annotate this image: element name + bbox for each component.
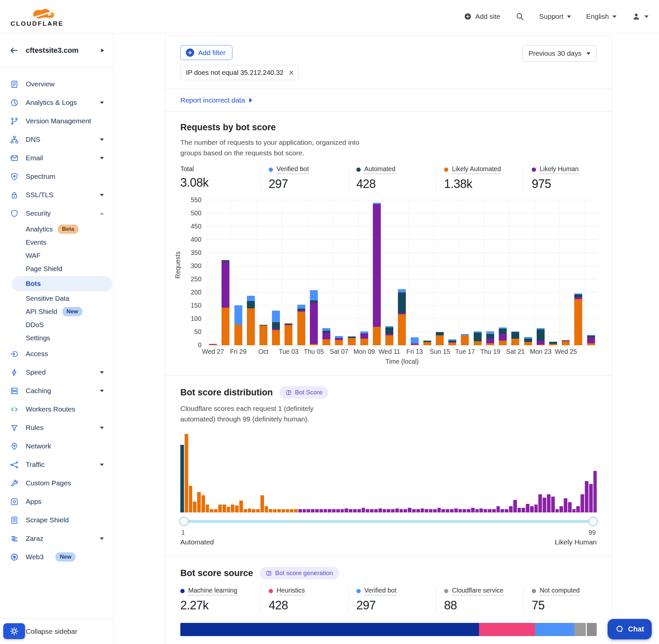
stacked-bar[interactable] [209,344,217,345]
stacked-bar[interactable] [360,331,368,345]
histogram-bar-score-57 [416,509,420,512]
sidebar-item-events[interactable]: Events [0,236,113,249]
sidebar-item-network[interactable]: Network [0,437,113,455]
sidebar-item-waf[interactable]: WAF [0,249,113,262]
stacked-bar[interactable] [461,334,469,345]
stacked-bar[interactable] [284,323,292,345]
stacked-bar[interactable] [297,305,305,345]
histogram-bar-score-80 [513,500,517,512]
stacked-bar[interactable] [499,327,507,345]
sidebar-item-bots[interactable]: Bots [12,276,112,291]
account-menu[interactable] [632,12,649,21]
legend-dot-icon [269,589,273,593]
histogram-bar-score-69 [467,509,470,512]
bar-segment-likely-automated [310,344,318,345]
bot-score-badge[interactable]: Bot Score [280,386,328,399]
sidebar-item-ddos[interactable]: DDoS [0,318,113,331]
stacked-bar[interactable] [348,336,356,345]
sidebar-item-access[interactable]: Access [0,345,113,363]
stacked-bar[interactable] [272,310,280,345]
sidebar-item-web3[interactable]: Web3New [0,548,113,566]
bar-segment-likely-automated [562,341,570,345]
bar-slot [207,200,219,345]
stacked-bar[interactable] [259,325,267,345]
sidebar-item-analytics-logs[interactable]: Analytics & Logs [0,93,113,112]
sidebar-item-security[interactable]: Security [0,204,113,223]
sidebar-item-apps[interactable]: Apps [0,492,113,511]
cloudflare-logo[interactable]: CLOUDFLARE [10,6,61,27]
sidebar-item-version-management[interactable]: Version Management [0,112,113,130]
sidebar-item-sensitive-data[interactable]: Sensitive Data [0,292,113,305]
sidebar-item-rules[interactable]: Rules [0,418,113,437]
chat-button-label: Chat [628,625,644,634]
remove-filter-icon[interactable]: × [289,69,294,76]
stacked-bar[interactable] [524,337,532,345]
bar-segment-likely-automated [436,335,444,345]
sidebar-item-traffic[interactable]: Traffic [0,455,113,474]
bar-segment-likely-automated [448,343,456,345]
stacked-bar[interactable] [385,326,393,345]
sidebar-item-caching[interactable]: Caching [0,382,113,400]
settings-gear-button[interactable] [3,623,25,639]
add-site-button[interactable]: Add site [464,13,500,20]
site-expander-icon[interactable] [101,48,104,52]
sidebar-item-spectrum[interactable]: Spectrum [0,167,113,186]
stacked-bar[interactable] [310,290,318,345]
sidebar-item-analytics[interactable]: AnalyticsBeta [0,223,113,236]
stacked-bar[interactable] [335,336,343,345]
stacked-bar[interactable] [486,331,494,345]
stacked-bar[interactable] [562,340,570,345]
stacked-bar[interactable] [247,296,255,345]
slider-track[interactable] [180,520,597,523]
bot-score-generation-badge[interactable]: Bot score generation [260,567,339,579]
report-row: Report incorrect data [165,89,612,112]
bot-score-histogram[interactable] [180,434,597,512]
sidebar-item-settings[interactable]: Settings [0,331,113,345]
date-range-select[interactable]: Previous 30 days [522,45,597,62]
stacked-bar[interactable] [448,339,456,345]
stacked-bar[interactable] [537,328,545,345]
stacked-bar[interactable] [323,328,330,345]
requests-stacked-bar-chart[interactable]: Requests 0501001502002503003504004505005… [207,200,597,345]
chat-button[interactable]: Chat [608,619,652,639]
source-distribution-bar[interactable] [180,623,597,636]
search-button[interactable] [516,12,524,21]
sidebar-item-label: Version Management [26,117,91,125]
sidebar-item-dns[interactable]: DNS [0,130,113,149]
histogram-bar-score-90 [556,509,559,512]
sidebar-item-workers-routes[interactable]: Workers Routes [0,400,113,418]
stacked-bar[interactable] [436,332,444,345]
report-incorrect-data-link[interactable]: Report incorrect data [180,96,252,104]
histogram-bar-score-99 [593,471,597,512]
back-arrow-icon[interactable] [9,46,19,55]
stacked-bar[interactable] [423,341,431,345]
stacked-bar[interactable] [549,342,557,345]
sidebar-item-zaraz[interactable]: Zaraz [0,529,113,548]
sidebar-item-ssl-tls[interactable]: SSL/TLS [0,186,113,204]
sidebar-item-custom-pages[interactable]: Custom Pages [0,474,113,492]
stacked-bar[interactable] [474,331,481,345]
sidebar-item-api-shield[interactable]: API ShieldNew [0,305,113,318]
support-menu[interactable]: Support [539,13,571,20]
filter-chip[interactable]: IP does not equal 35.212.240.32 × [180,65,299,80]
add-filter-button[interactable]: + Add filter [180,45,232,60]
stacked-bar[interactable] [221,260,230,345]
histogram-bar-score-82 [521,508,525,512]
slider-handle-min[interactable] [179,517,189,526]
sidebar-item-email[interactable]: Email [0,149,113,167]
sidebar-item-speed[interactable]: Speed [0,363,113,382]
stacked-bar[interactable] [234,305,242,345]
stacked-bar[interactable] [398,289,406,345]
stacked-bar[interactable] [373,203,381,345]
sidebar-item-overview[interactable]: Overview [0,75,113,93]
sidebar-item-scrape-shield[interactable]: Scrape Shield [0,511,113,529]
language-menu[interactable]: English [586,13,616,20]
stacked-bar[interactable] [411,337,419,345]
collapse-sidebar-button[interactable]: Collapse sidebar [26,627,77,636]
sidebar-item-page-shield[interactable]: Page Shield [0,262,113,275]
stacked-bar[interactable] [574,294,582,345]
stacked-bar[interactable] [587,335,595,345]
stacked-bar[interactable] [511,331,519,345]
slider-handle-max[interactable] [588,517,598,526]
sidebar-item-label: Overview [26,80,55,88]
